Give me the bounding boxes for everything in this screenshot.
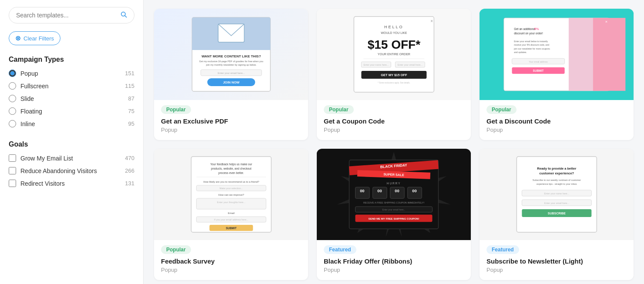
popup-count: 151 — [125, 70, 134, 77]
slide-label: Slide — [20, 95, 124, 102]
campaign-type-slide[interactable]: Slide 87 — [9, 95, 134, 102]
svg-text:×: × — [430, 19, 433, 23]
fullscreen-label: Fullscreen — [20, 83, 121, 90]
inline-radio[interactable] — [9, 120, 16, 127]
fullscreen-count: 115 — [125, 83, 134, 89]
template-card-6[interactable]: Ready to provide a better customer exper… — [480, 149, 634, 280]
search-icon — [120, 11, 127, 18]
svg-text:00: 00 — [360, 189, 364, 193]
card-3-image: × Get an additional 5% discount on your … — [480, 9, 634, 100]
search-input[interactable] — [16, 12, 120, 19]
search-bar — [9, 7, 134, 23]
card-5-type: Popup — [324, 267, 464, 273]
svg-text:HURRY: HURRY — [387, 182, 401, 185]
svg-text:Get my exclusive 16-page PDF o: Get my exclusive 16-page PDF of goodies … — [199, 60, 263, 63]
clear-filters-button[interactable]: ⊗ Clear Filters — [9, 31, 60, 45]
floating-radio[interactable] — [9, 107, 16, 115]
svg-rect-52 — [196, 198, 266, 209]
svg-line-1 — [125, 16, 127, 17]
card-4-body: Popular Feedback Survey Popup — [154, 240, 308, 280]
svg-text:SUBSCRIBE: SUBSCRIBE — [547, 212, 566, 215]
svg-text:WANT MORE CONTENT LIKE THIS?: WANT MORE CONTENT LIKE THIS? — [201, 54, 261, 58]
card-3-type: Popup — [486, 127, 627, 133]
svg-text:Make your selection...: Make your selection... — [219, 187, 243, 190]
svg-text:Email: Email — [228, 212, 234, 214]
campaign-type-fullscreen[interactable]: Fullscreen 115 — [9, 82, 134, 90]
grow-email-count: 470 — [125, 155, 134, 161]
redirect-visitors-checkbox[interactable] — [9, 180, 16, 187]
svg-text:process even better.: process even better. — [218, 171, 244, 175]
goals-group: Grow My Email List 470 Reduce Abandoning… — [9, 154, 134, 187]
svg-text:Enter your name here...: Enter your name here... — [544, 192, 569, 195]
svg-text:Enter your thoughts here...: Enter your thoughts here... — [217, 201, 245, 204]
card-6-image: Ready to provide a better customer exper… — [480, 149, 634, 240]
card-6-title: Subscribe to Newsletter (Light) — [486, 257, 627, 265]
svg-text:00: 00 — [377, 189, 382, 193]
campaign-type-floating[interactable]: Floating 75 — [9, 107, 134, 115]
svg-rect-4 — [192, 43, 270, 50]
card-4-image: Your feedback helps us make our products… — [154, 149, 308, 240]
card-6-type: Popup — [486, 267, 627, 273]
card-6-body: Featured Subscribe to Newsletter (Light)… — [480, 240, 634, 280]
card-3-badge: Popular — [486, 105, 517, 114]
card-2-badge: Popular — [324, 105, 354, 114]
campaign-types-title: Campaign Types — [9, 56, 134, 63]
svg-text:receive your 5% discount code,: receive your 5% discount code, and — [514, 43, 549, 46]
template-card-1[interactable]: WANT MORE CONTENT LIKE THIS? Get my excl… — [154, 9, 308, 140]
popup-label: Popup — [20, 70, 121, 77]
template-card-4[interactable]: Your feedback helps us make our products… — [154, 149, 308, 280]
popup-radio[interactable] — [9, 70, 16, 77]
card-2-title: Get a Coupon Code — [324, 117, 464, 125]
reduce-abandoning-label: Reduce Abandoning Visitors — [20, 167, 121, 174]
svg-text:YOUR ENTIRE ORDER: YOUR ENTIRE ORDER — [377, 53, 410, 56]
svg-text:Your feedback helps us make ou: Your feedback helps us make our — [210, 163, 252, 166]
card-3-body: Popular Get a Discount Code Popup — [480, 100, 634, 140]
svg-text:Subscribe to our weekly rundow: Subscribe to our weekly rundown of custo… — [532, 179, 580, 181]
card-5-badge: Featured — [324, 245, 356, 254]
goal-reduce-abandoning[interactable]: Reduce Abandoning Visitors 266 — [9, 167, 134, 174]
redirect-visitors-label: Redirect Visitors — [20, 180, 121, 187]
card-5-image: × BLACK FRIDAY SUPER SALE HURRY 00 00 — [317, 149, 471, 240]
template-card-2[interactable]: × HELLO WOULD YOU LIKE $15 OFF* YOUR ENT… — [317, 9, 471, 140]
svg-text:Get an additional: Get an additional — [514, 27, 536, 30]
card-1-body: Popular Get an Exclusive PDF Popup — [154, 100, 308, 140]
svg-text:WOULD YOU LIKE: WOULD YOU LIKE — [381, 31, 407, 34]
svg-text:SUBMIT: SUBMIT — [533, 69, 544, 72]
svg-text:Enter your email below to inst: Enter your email below to instantly — [514, 40, 548, 43]
svg-text:Your email address: Your email address — [529, 60, 548, 63]
card-1-badge: Popular — [161, 105, 191, 114]
goal-redirect-visitors[interactable]: Redirect Visitors 131 — [9, 180, 134, 187]
svg-text:GET MY $15 OFF: GET MY $15 OFF — [381, 73, 407, 77]
svg-text:How can we improve?: How can we improve? — [218, 194, 244, 196]
svg-text:Enter your email here...: Enter your email here... — [544, 202, 569, 204]
reduce-abandoning-checkbox[interactable] — [9, 167, 16, 174]
reduce-abandoning-count: 266 — [125, 167, 134, 174]
card-5-body: Featured Black Friday Offer (Ribbons) Po… — [317, 240, 471, 280]
card-2-image: × HELLO WOULD YOU LIKE $15 OFF* YOUR ENT… — [317, 9, 471, 100]
svg-text:If you your email address here: If you your email address here... — [214, 218, 248, 221]
template-card-5[interactable]: × BLACK FRIDAY SUPER SALE HURRY 00 00 — [317, 149, 471, 280]
grow-email-checkbox[interactable] — [9, 154, 16, 162]
search-button[interactable] — [120, 11, 127, 20]
card-2-type: Popup — [324, 127, 464, 133]
svg-text:×: × — [605, 20, 607, 24]
campaign-types-section: Campaign Types Popup 151 Fullscreen 115 … — [9, 56, 134, 127]
card-4-badge: Popular — [161, 245, 191, 254]
svg-text:Enter your email here...: Enter your email here... — [382, 208, 405, 211]
goal-grow-email[interactable]: Grow My Email List 470 — [9, 154, 134, 162]
slide-count: 87 — [128, 95, 134, 102]
card-1-image: WANT MORE CONTENT LIKE THIS? Get my excl… — [154, 9, 308, 100]
svg-text:customer experience?: customer experience? — [539, 171, 574, 175]
svg-rect-30 — [593, 18, 626, 91]
campaign-type-popup[interactable]: Popup 151 — [9, 70, 134, 77]
fullscreen-radio[interactable] — [9, 82, 16, 90]
slide-radio[interactable] — [9, 95, 16, 102]
card-2-body: Popular Get a Coupon Code Popup — [317, 100, 471, 140]
svg-text:products, website, and checkou: products, website, and checkout — [211, 167, 252, 170]
campaign-type-inline[interactable]: Inline 95 — [9, 120, 134, 127]
svg-text:00: 00 — [395, 189, 399, 193]
svg-text:How likely are you to recommen: How likely are you to recommend us to a … — [203, 180, 259, 183]
template-card-3[interactable]: × Get an additional 5% discount on your … — [480, 9, 634, 140]
card-1-type: Popup — [161, 127, 301, 133]
svg-text:Enter your email here...: Enter your email here... — [218, 72, 245, 74]
